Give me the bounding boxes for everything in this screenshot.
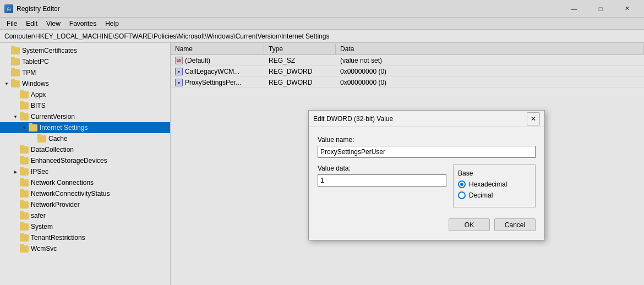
radio-hex-btn[interactable]	[458, 180, 466, 188]
dialog-buttons: OK Cancel	[318, 216, 536, 231]
base-label: Base	[458, 169, 531, 177]
radio-dec-btn[interactable]	[458, 191, 466, 199]
value-data-label: Value data:	[318, 165, 446, 172]
dialog-title-bar: Edit DWORD (32-bit) Value ✕	[309, 111, 544, 127]
edit-dword-dialog: Edit DWORD (32-bit) Value ✕ Value name: …	[308, 110, 545, 240]
value-name-input[interactable]	[318, 146, 536, 158]
base-col: Base Hexadecimal Decimal	[453, 165, 536, 207]
radio-dec-label[interactable]: Decimal	[458, 191, 531, 199]
ok-button[interactable]: OK	[449, 218, 490, 231]
radio-hex-label[interactable]: Hexadecimal	[458, 180, 531, 188]
value-data-col: Value data:	[318, 165, 446, 207]
value-data-input[interactable]	[318, 174, 446, 187]
dialog-close-button[interactable]: ✕	[527, 112, 540, 125]
dialog-title: Edit DWORD (32-bit) Value	[313, 115, 393, 123]
radio-hex-text: Hexadecimal	[469, 180, 507, 188]
radio-dec-text: Decimal	[469, 191, 493, 199]
dialog-row: Value data: Base Hexadecimal Decimal	[318, 165, 536, 207]
dialog-body: Value name: Value data: Base Hexadecimal…	[309, 127, 544, 240]
base-box: Base Hexadecimal Decimal	[453, 165, 536, 207]
cancel-button[interactable]: Cancel	[494, 218, 536, 231]
value-name-label: Value name:	[318, 136, 536, 144]
